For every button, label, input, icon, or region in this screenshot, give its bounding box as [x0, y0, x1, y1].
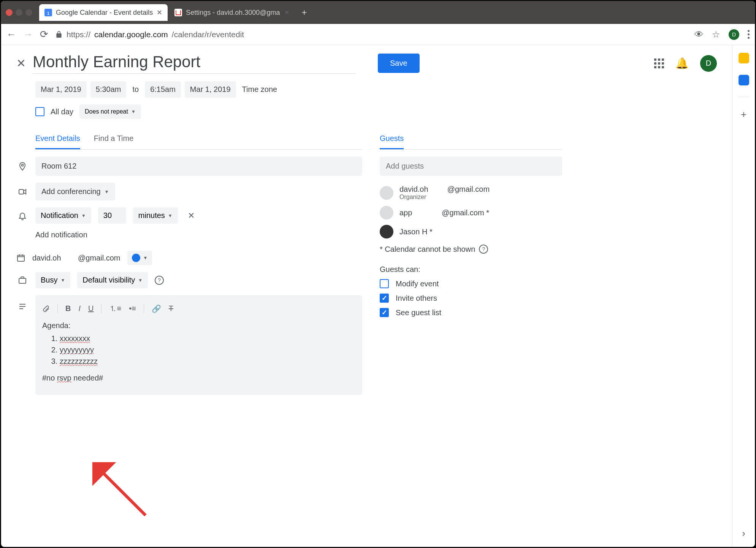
- perm-invite-checkbox[interactable]: [380, 294, 389, 303]
- chevron-down-icon: ▼: [131, 109, 136, 114]
- list-item: xxxxxxxx: [60, 334, 90, 343]
- italic-icon[interactable]: I: [78, 304, 81, 313]
- guest-row[interactable]: david.oh @gmail.com Organizer: [380, 185, 562, 201]
- visibility-help-icon[interactable]: ?: [155, 276, 164, 285]
- briefcase-icon: [16, 276, 29, 285]
- nav-back-icon[interactable]: ←: [6, 28, 16, 40]
- notifications-bell-icon[interactable]: 🔔: [675, 57, 689, 69]
- browser-tab-bar: 1 Google Calendar - Event details ✕ Sett…: [1, 1, 755, 24]
- guest-row[interactable]: app @gmail.com *: [380, 206, 562, 220]
- window-maximize-button[interactable]: [25, 9, 32, 16]
- repeat-select[interactable]: Does not repeat ▼: [79, 104, 141, 119]
- window-minimize-button[interactable]: [16, 9, 22, 16]
- end-date-input[interactable]: Mar 1, 2019: [185, 81, 236, 98]
- timezone-button[interactable]: Time zone: [240, 81, 280, 98]
- new-tab-button[interactable]: +: [296, 7, 312, 18]
- start-date-input[interactable]: Mar 1, 2019: [35, 81, 87, 98]
- keep-icon[interactable]: [739, 53, 749, 63]
- underline-icon[interactable]: U: [88, 304, 94, 313]
- chevron-down-icon: ▼: [81, 213, 86, 218]
- all-day-label: All day: [51, 107, 73, 116]
- guest-avatar-icon: [380, 225, 393, 238]
- event-title-input[interactable]: Monthly Earning Report: [33, 53, 356, 74]
- link-icon[interactable]: 🔗: [152, 304, 161, 313]
- tab-close-icon[interactable]: ✕: [157, 8, 162, 17]
- guest-role: Organizer: [399, 194, 490, 201]
- location-input[interactable]: [35, 156, 362, 176]
- nav-reload-icon[interactable]: ⟳: [40, 28, 48, 40]
- notification-value-input[interactable]: 30: [98, 207, 126, 224]
- svg-rect-3: [19, 278, 26, 283]
- side-panel: + ›: [732, 45, 755, 547]
- url-domain: calendar.google.com: [94, 30, 168, 39]
- video-camera-icon: [16, 187, 29, 196]
- browser-menu-icon[interactable]: [748, 30, 750, 39]
- save-button[interactable]: Save: [378, 54, 420, 73]
- lock-icon: [55, 31, 63, 38]
- account-avatar[interactable]: D: [700, 55, 717, 72]
- all-day-checkbox[interactable]: [35, 107, 44, 116]
- privacy-eye-icon[interactable]: 👁: [694, 29, 704, 40]
- annotation-arrow-icon: [92, 462, 153, 523]
- chevron-down-icon: ▼: [168, 213, 173, 218]
- tab-title: Settings - david.oh.3000@gma: [186, 9, 280, 17]
- guest-email: david.oh @gmail.com: [399, 185, 490, 194]
- calendar-icon: [16, 253, 25, 262]
- tasks-icon[interactable]: [739, 75, 749, 85]
- end-time-input[interactable]: 6:15am: [145, 81, 181, 98]
- expand-side-panel-icon[interactable]: ›: [742, 527, 745, 539]
- bulleted-list-icon[interactable]: •≡: [129, 304, 136, 313]
- availability-select[interactable]: Busy▼: [35, 272, 70, 288]
- bold-icon[interactable]: B: [65, 304, 71, 313]
- close-event-button[interactable]: ✕: [16, 57, 26, 70]
- perm-guestlist-checkbox[interactable]: [380, 308, 389, 317]
- perm-modify-checkbox[interactable]: [380, 279, 389, 288]
- guest-avatar-icon: [380, 186, 393, 200]
- numbered-list-icon[interactable]: ⒈≡: [109, 303, 121, 314]
- notification-unit-select[interactable]: minutes▼: [133, 207, 178, 224]
- calendar-color-select[interactable]: ▼: [127, 251, 152, 265]
- calendar-favicon-icon: 1: [44, 9, 52, 16]
- browser-tab-inactive[interactable]: Settings - david.oh.3000@gma ✕: [169, 4, 295, 21]
- gmail-favicon-icon: [174, 9, 182, 16]
- attach-icon[interactable]: [42, 305, 50, 313]
- tab-guests[interactable]: Guests: [380, 134, 404, 149]
- calendar-owner-email: david.oh @gmail.com: [32, 254, 120, 262]
- editor-toolbar: B I U ⒈≡ •≡ 🔗 T: [42, 301, 355, 320]
- description-footer: #no rsvp needed#: [42, 372, 355, 384]
- svg-rect-2: [17, 255, 24, 261]
- tab-find-a-time[interactable]: Find a Time: [94, 134, 133, 149]
- nav-forward-icon[interactable]: →: [23, 28, 33, 40]
- svg-line-4: [100, 470, 146, 515]
- window-close-button[interactable]: [6, 9, 13, 16]
- tab-close-icon[interactable]: ✕: [284, 8, 290, 17]
- browser-tab-active[interactable]: 1 Google Calendar - Event details ✕: [39, 4, 168, 21]
- visibility-select[interactable]: Default visibility▼: [77, 272, 148, 288]
- url-display[interactable]: https://calendar.google.com/calendar/r/e…: [55, 30, 688, 39]
- tab-event-details[interactable]: Event Details: [35, 134, 80, 149]
- guest-row[interactable]: Jason H *: [380, 225, 562, 238]
- remove-notification-button[interactable]: ✕: [188, 211, 195, 221]
- notification-type-select[interactable]: Notification▼: [35, 207, 91, 224]
- add-notification-button[interactable]: Add notification: [35, 231, 362, 239]
- add-guests-input[interactable]: [380, 156, 562, 176]
- to-label: to: [130, 81, 141, 98]
- bookmark-star-icon[interactable]: ☆: [712, 29, 720, 40]
- start-time-input[interactable]: 5:30am: [90, 81, 127, 98]
- add-addon-button[interactable]: +: [741, 109, 746, 120]
- add-conferencing-select[interactable]: Add conferencing ▼: [35, 183, 115, 201]
- profile-avatar[interactable]: D: [729, 29, 739, 40]
- google-apps-icon[interactable]: [654, 58, 664, 68]
- description-icon: [16, 302, 29, 311]
- tab-title: Google Calendar - Event details: [56, 9, 153, 17]
- perm-label: Invite others: [396, 294, 437, 303]
- url-path: /calendar/r/eventedit: [172, 30, 244, 39]
- chevron-down-icon: ▼: [143, 255, 148, 261]
- list-item: zzzzzzzzzz: [60, 357, 98, 365]
- svg-point-0: [22, 164, 24, 166]
- clear-format-icon[interactable]: T: [169, 304, 173, 313]
- description-editor[interactable]: Agenda: xxxxxxxx yyyyyyyyy zzzzzzzzzz #n…: [42, 320, 355, 384]
- svg-rect-1: [19, 190, 24, 194]
- chevron-down-icon: ▼: [138, 278, 143, 283]
- note-help-icon[interactable]: ?: [479, 245, 488, 254]
